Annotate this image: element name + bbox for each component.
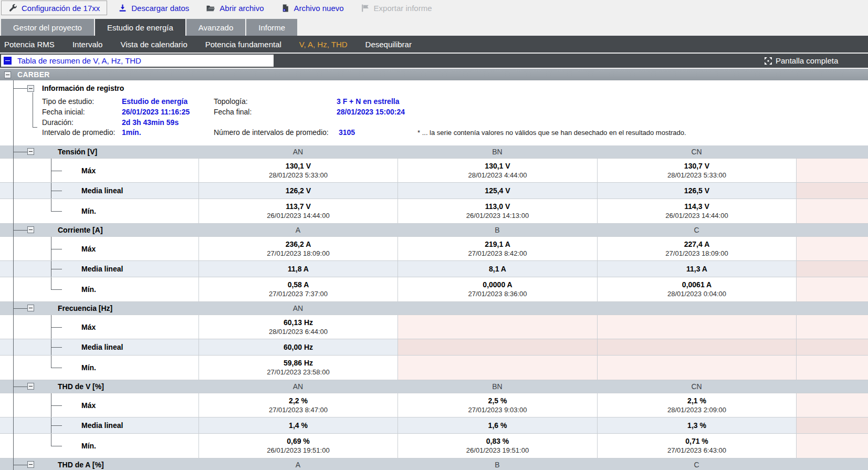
metric-value: 113,0 V [485, 202, 510, 211]
tree-tick [51, 368, 62, 368]
new-file-button[interactable]: Archivo nuevo [274, 1, 351, 15]
collapse-section-icon[interactable] [27, 305, 34, 311]
open-file-button[interactable]: Abrir archivo [199, 1, 270, 15]
metric-value: 0,69 % [287, 437, 310, 446]
empty-cell [796, 339, 868, 355]
tab-energy-study[interactable]: Estudio de energía [95, 19, 185, 36]
section-title: Tensión [V] [58, 148, 97, 156]
collapse-section-icon[interactable] [27, 148, 34, 155]
tab-project-manager[interactable]: Gestor del proyecto [1, 19, 94, 36]
subtab-bar: Potencia RMS Intervalo Vista de calendar… [0, 36, 868, 53]
tree-tick [13, 152, 27, 152]
value-cell: 0,0061 A28/01/2023 0:04:00 [597, 277, 796, 301]
collapse-section-icon[interactable] [27, 226, 34, 233]
metric-timestamp: 28/01/2023 5:33:00 [269, 171, 328, 180]
value-cell: 126,2 V [198, 183, 398, 199]
collapse-info-icon[interactable] [27, 85, 34, 92]
metric-timestamp: 27/01/2023 8:47:00 [269, 406, 328, 414]
metric-label: Máx [81, 401, 96, 410]
section-title: THD de A [%] [58, 461, 104, 469]
metric-label: Media lineal [81, 186, 123, 195]
metric-value: 0,83 % [486, 437, 509, 446]
metric-value: 60,13 Hz [284, 318, 313, 327]
subtab-v-a-hz-thd[interactable]: V, A, Hz, THD [290, 40, 357, 49]
metric-value: 0,0000 A [483, 280, 512, 289]
section-header-row: THD de A [%]ABC [0, 458, 868, 470]
collapse-section-icon[interactable] [27, 383, 34, 390]
value-cell: 236,2 A27/01/2023 18:09:00 [198, 237, 398, 260]
tree-tick [51, 405, 62, 406]
tree-tick [13, 387, 27, 387]
metric-label-cell: Media lineal [0, 417, 198, 433]
tree-tick [13, 465, 27, 465]
new-file-icon [281, 4, 290, 13]
tree-tick [13, 88, 27, 89]
empty-cell [597, 356, 796, 380]
subtab-potencia-fundamental-label: Potencia fundamental [205, 40, 281, 49]
fullscreen-button[interactable]: Pantalla completa [764, 54, 838, 68]
metric-value: 125,4 V [485, 186, 510, 195]
section-label-cell: THD de V [%] [0, 380, 198, 393]
empty-cell [796, 237, 868, 260]
metric-value: 0,0061 A [682, 280, 712, 289]
metric-value: 130,1 V [485, 162, 510, 171]
metric-timestamp: 27/01/2023 8:36:00 [468, 290, 527, 298]
value-cell: 59,86 Hz27/01/2023 23:58:00 [198, 356, 398, 380]
column-header: C [597, 226, 796, 234]
column-header: A [198, 226, 398, 234]
metric-value: 113,7 V [286, 202, 311, 211]
metric-timestamp: 27/01/2023 6:43:00 [667, 446, 726, 455]
info-section-title: Información de registro [42, 84, 124, 92]
tab-project-manager-label: Gestor del proyecto [13, 23, 82, 32]
section-header-row: Corriente [A]ABC [0, 224, 868, 237]
value-cell: 8,1 A [398, 261, 597, 277]
metric-value: 1,4 % [289, 421, 308, 430]
collapse-view-icon[interactable] [4, 57, 12, 65]
column-header: AN [198, 304, 398, 312]
subtab-desequilibrar[interactable]: Desequilibrar [357, 40, 421, 49]
info-value-intervalo: 1mín. [122, 128, 141, 137]
value-cell: 130,1 V28/01/2023 5:33:00 [198, 159, 398, 182]
table-row: Máx236,2 A27/01/2023 18:09:00219,1 A27/0… [0, 237, 868, 261]
subtab-potencia-rms[interactable]: Potencia RMS [0, 40, 64, 49]
value-cell: 219,1 A27/01/2023 8:42:00 [398, 237, 597, 260]
metric-timestamp: 28/01/2023 5:33:00 [667, 171, 726, 180]
metric-timestamp: 27/01/2023 23:58:00 [267, 368, 329, 377]
subtab-vista-calendario[interactable]: Vista de calendario [111, 40, 196, 49]
open-folder-icon [206, 4, 215, 13]
subtab-potencia-fundamental[interactable]: Potencia fundamental [196, 40, 290, 49]
content-panel: Información de registro Tipo de estudio:… [0, 80, 868, 470]
metric-label-cell: Máx [0, 393, 198, 417]
metric-timestamp: 27/01/2023 7:37:00 [269, 290, 328, 298]
table-row: Mín.0,58 A27/01/2023 7:37:000,0000 A27/0… [0, 277, 868, 302]
metric-label-cell: Mín. [0, 277, 198, 301]
download-data-button[interactable]: Descargar datos [111, 1, 196, 15]
info-label-fecha-inicial: Fecha inicial: [42, 108, 85, 116]
tree-tick [33, 127, 37, 128]
info-value-topologia: 3 F + N en estrella [337, 97, 399, 106]
metric-value: 227,4 A [684, 240, 710, 249]
empty-cell [796, 277, 868, 301]
main-tab-bar: Gestor del proyecto Estudio de energía A… [0, 16, 868, 36]
tree-tick [51, 269, 62, 269]
tab-report[interactable]: Informe [246, 19, 297, 36]
info-label-tipo: Tipo de estudio: [42, 97, 94, 106]
section-header-row: Frecuencia [Hz]AN [0, 302, 868, 315]
collapse-device-icon[interactable] [4, 71, 11, 78]
metric-label-cell: Media lineal [0, 339, 198, 355]
configure-17xx-button[interactable]: Configuración de 17xx [1, 1, 107, 15]
tree-tick [51, 171, 62, 171]
tab-advanced[interactable]: Avanzado [186, 19, 245, 36]
export-report-button[interactable]: Exportar informe [354, 1, 439, 15]
subtab-intervalo[interactable]: Intervalo [64, 40, 112, 49]
tree-tick [51, 211, 62, 212]
metric-timestamp: 27/01/2023 9:03:00 [468, 406, 527, 414]
toolbar: Configuración de 17xx Descargar datos Ab… [0, 0, 868, 16]
metric-label: Máx [81, 245, 96, 253]
section-title: Corriente [A] [58, 226, 103, 234]
collapse-section-icon[interactable] [27, 461, 34, 468]
value-cell: 2,2 %27/01/2023 8:47:00 [198, 393, 398, 417]
column-header: AN [198, 148, 398, 156]
metric-label: Media lineal [81, 343, 123, 351]
metric-timestamp: 28/01/2023 0:04:00 [667, 290, 726, 298]
